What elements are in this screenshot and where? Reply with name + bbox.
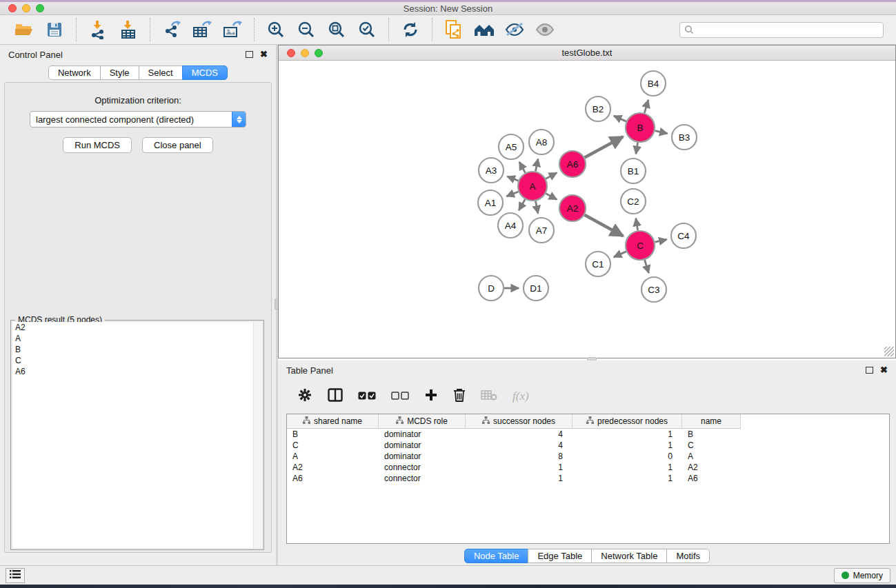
mcds-result-item[interactable]: A xyxy=(12,333,262,344)
memory-button[interactable]: Memory xyxy=(834,568,890,583)
table-cell[interactable]: 1 xyxy=(466,462,573,473)
graph-edge-C-C1[interactable] xyxy=(614,252,626,257)
graph-edge-B-B4[interactable] xyxy=(644,100,648,113)
table-cell[interactable]: A6 xyxy=(287,473,379,484)
tab-network[interactable]: Network xyxy=(48,65,101,80)
zoom-fit-button[interactable] xyxy=(325,19,348,41)
table-options-button[interactable] xyxy=(297,387,312,405)
table-cell[interactable]: connector xyxy=(379,462,466,473)
run-mcds-button[interactable]: Run MCDS xyxy=(63,137,132,153)
graph-node-D1[interactable]: D1 xyxy=(524,276,548,301)
import-table-button[interactable] xyxy=(117,19,140,41)
resize-grip-icon[interactable] xyxy=(884,347,894,356)
mcds-result-item[interactable]: C xyxy=(12,355,262,366)
close-panel-icon[interactable]: ✖ xyxy=(260,51,268,58)
table-row[interactable]: A2connector11A2 xyxy=(287,462,889,473)
network-graph[interactable]: B4B2BB3A8A5A6B1A3AC2A1A2A4A7C4CC1C3DD1 xyxy=(279,61,895,357)
tab-node-table[interactable]: Node Table xyxy=(464,549,529,563)
table-cell[interactable]: B xyxy=(682,429,741,440)
criterion-select[interactable]: largest connected component (directed) xyxy=(30,111,246,128)
export-image-button[interactable] xyxy=(221,19,244,41)
graph-edge-A-A7[interactable] xyxy=(535,201,538,214)
graph-edge-B-B3[interactable] xyxy=(655,131,667,134)
table-row[interactable]: Bdominator41B xyxy=(287,429,889,440)
table-row[interactable]: Cdominator41C xyxy=(287,440,889,451)
export-network-button[interactable] xyxy=(160,19,183,41)
mcds-result-item[interactable]: A6 xyxy=(12,366,262,377)
table-cell[interactable]: A2 xyxy=(682,462,741,473)
column-header-name[interactable]: name xyxy=(682,414,741,429)
graph-edge-C-C4[interactable] xyxy=(655,239,666,242)
table-cell[interactable]: B xyxy=(287,429,379,440)
table-row[interactable]: A6connector11A6 xyxy=(287,473,889,484)
graph-node-B2[interactable]: B2 xyxy=(586,97,610,121)
column-header-MCDS-role[interactable]: MCDS role xyxy=(379,414,466,429)
graph-node-C2[interactable]: C2 xyxy=(621,189,646,214)
column-header-shared-name[interactable]: shared name xyxy=(287,414,379,429)
graph-node-A1[interactable]: A1 xyxy=(478,190,503,215)
close-panel-icon[interactable]: ✖ xyxy=(880,367,888,374)
show-all-button[interactable] xyxy=(533,19,557,41)
graph-edge-C-C3[interactable] xyxy=(645,260,649,273)
graph-edge-A-A4[interactable] xyxy=(519,199,525,210)
mcds-result-list[interactable]: A2ABCA6 xyxy=(12,322,262,548)
float-panel-icon[interactable] xyxy=(866,367,873,374)
open-session-button[interactable] xyxy=(12,19,36,41)
table-cell[interactable]: A6 xyxy=(682,473,741,484)
search-field[interactable] xyxy=(679,22,884,38)
graph-edge-C-C2[interactable] xyxy=(636,219,638,231)
zoom-in-button[interactable] xyxy=(264,19,288,41)
table-cell[interactable]: dominator xyxy=(379,451,466,462)
table-cell[interactable]: A xyxy=(287,451,379,462)
function-builder-button[interactable]: f(x) xyxy=(512,389,529,403)
import-network-button[interactable] xyxy=(86,19,110,41)
refresh-layout-button[interactable] xyxy=(399,19,422,41)
search-input[interactable] xyxy=(697,25,879,34)
table-cell[interactable]: dominator xyxy=(379,429,466,440)
graph-node-C3[interactable]: C3 xyxy=(641,277,666,302)
graph-node-A4[interactable]: A4 xyxy=(498,213,523,238)
network-frame-titlebar[interactable]: testGlobe.txt xyxy=(279,45,895,61)
graph-node-D[interactable]: D xyxy=(479,276,504,301)
delete-column-button[interactable] xyxy=(453,388,466,405)
table-cell[interactable]: 1 xyxy=(573,429,682,440)
result-scrollbar[interactable] xyxy=(253,322,262,548)
table-cell[interactable]: 1 xyxy=(573,440,682,451)
tab-edge-table[interactable]: Edge Table xyxy=(528,549,592,563)
graph-node-C4[interactable]: C4 xyxy=(671,223,696,248)
save-session-button[interactable] xyxy=(43,19,66,41)
graph-node-A7[interactable]: A7 xyxy=(529,218,554,243)
tab-motifs[interactable]: Motifs xyxy=(666,549,710,563)
show-columns-button[interactable] xyxy=(328,388,343,405)
graph-edge-A-A2[interactable] xyxy=(546,194,557,200)
hide-selected-button[interactable] xyxy=(503,19,526,41)
deselect-all-checks-button[interactable] xyxy=(391,390,409,403)
graph-node-B[interactable]: B xyxy=(626,113,655,142)
graph-node-A8[interactable]: A8 xyxy=(529,130,554,154)
graph-node-A6[interactable]: A6 xyxy=(559,151,586,177)
graph-edge-A-A1[interactable] xyxy=(506,192,518,196)
graph-node-A2[interactable]: A2 xyxy=(559,195,586,221)
graph-node-A[interactable]: A xyxy=(518,172,547,201)
graph-node-C1[interactable]: C1 xyxy=(586,252,610,276)
table-cell[interactable]: A2 xyxy=(287,462,379,473)
table-cell[interactable]: C xyxy=(682,440,741,451)
graph-edge-A2-C[interactable] xyxy=(585,215,624,236)
home-button[interactable] xyxy=(472,19,496,41)
table-cell[interactable]: 4 xyxy=(466,429,573,440)
column-header-successor-nodes[interactable]: successor nodes xyxy=(466,414,573,429)
graph-edge-A6-B[interactable] xyxy=(585,136,624,157)
table-cell[interactable]: connector xyxy=(379,473,466,484)
close-panel-button[interactable]: Close panel xyxy=(142,137,213,153)
graph-node-B3[interactable]: B3 xyxy=(672,125,697,150)
delete-table-button[interactable] xyxy=(481,389,497,403)
zoom-selected-button[interactable] xyxy=(355,19,379,41)
node-table[interactable]: shared nameMCDS rolesuccessor nodesprede… xyxy=(286,414,890,544)
mcds-result-item[interactable]: A2 xyxy=(12,322,262,333)
graph-edge-A-A6[interactable] xyxy=(546,173,557,179)
network-canvas[interactable]: B4B2BB3A8A5A6B1A3AC2A1A2A4A7C4CC1C3DD1 xyxy=(279,61,895,358)
table-cell[interactable]: C xyxy=(287,440,379,451)
table-cell[interactable]: 1 xyxy=(573,462,682,473)
graph-edge-B-B1[interactable] xyxy=(636,143,638,154)
graph-node-B1[interactable]: B1 xyxy=(621,159,646,183)
